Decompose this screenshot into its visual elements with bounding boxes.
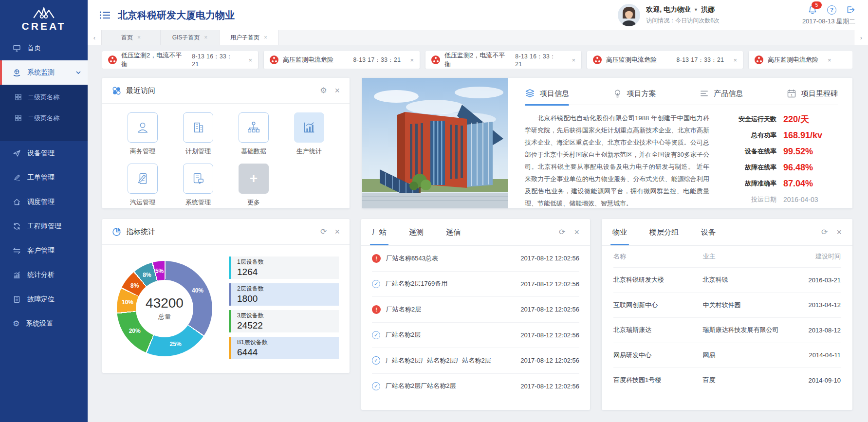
- close-icon[interactable]: ×: [137, 34, 141, 41]
- stations-list: ! 厂站名称6543总表 2017-08-12 12:02:56 ✓ 厂站名称2…: [361, 246, 590, 399]
- sidebar-item-dispatch[interactable]: 调度管理: [0, 190, 88, 214]
- gear-icon[interactable]: ⚙: [320, 87, 327, 94]
- avatar[interactable]: [618, 4, 640, 26]
- refresh-icon[interactable]: ⟳: [821, 228, 828, 236]
- tab-project-plan[interactable]: 项目方案: [613, 89, 656, 105]
- close-icon[interactable]: ×: [733, 56, 737, 64]
- alert-card[interactable]: 高压监测电流危险 ×: [749, 51, 852, 69]
- recent-visits-panel: 最近访问 ⚙ ×: [102, 78, 350, 208]
- sidebar-item-system-monitor[interactable]: 系统监测: [0, 60, 88, 85]
- sidebar-subitem-2[interactable]: 二级页名称: [0, 108, 88, 128]
- table-row[interactable]: 互联网创新中心 中关村软件园 2013-04-12: [613, 293, 841, 318]
- tab-equipment[interactable]: 设备: [701, 219, 716, 245]
- close-icon[interactable]: ×: [410, 56, 414, 64]
- menu-list-icon[interactable]: [99, 10, 111, 20]
- tab-telesignal[interactable]: 遥信: [446, 219, 461, 245]
- tab-floor-group[interactable]: 楼层分组: [649, 219, 679, 245]
- station-time: 2017-08-12 12:02:56: [520, 357, 579, 364]
- close-icon[interactable]: ×: [828, 56, 831, 64]
- shortcut-plan[interactable]: 计划管理: [170, 112, 226, 156]
- tab-project-info[interactable]: 项目信息: [525, 89, 569, 105]
- alert-bar: 低压监测2，电流不平衡 8-13 16：33：21 × 高压监测电流危险 8-1…: [102, 51, 852, 69]
- table-row[interactable]: 百度科技园1号楼 百度 2014-09-10: [613, 368, 841, 393]
- close-icon[interactable]: ×: [836, 228, 842, 237]
- tab-user-home[interactable]: 用户子首页 ×: [220, 30, 278, 45]
- station-row[interactable]: ✓ 厂站名称2层厂站名称2层厂站名称2层 2017-08-12 12:02:56: [372, 348, 579, 374]
- refresh-icon[interactable]: ⟳: [559, 228, 565, 236]
- tab-gis[interactable]: GIS子首页 ×: [161, 30, 220, 45]
- alert-card[interactable]: 低压监测2，电流不平衡 8-13 16：33：21 ×: [102, 51, 258, 69]
- caret-down-icon[interactable]: ▼: [694, 7, 698, 12]
- alert-card[interactable]: 高压监测电流危险 8-13 17：33：21 ×: [264, 51, 420, 69]
- close-icon[interactable]: ×: [264, 34, 267, 41]
- close-icon[interactable]: ×: [574, 228, 579, 237]
- donut-segment-label: 40%: [192, 287, 203, 294]
- donut-chart-area: 43200 总量 40%25%20%10%8%8%5% 1层设备数 1264: [102, 245, 350, 359]
- shortcut-label: 商务管理: [130, 147, 155, 156]
- sidebar-item-workorders[interactable]: 工单管理: [0, 165, 88, 190]
- sidebar-subitem-1[interactable]: 二级页名称: [0, 87, 88, 108]
- station-name: 厂站名称6543总表: [386, 254, 438, 263]
- user-name[interactable]: 洪娜: [701, 5, 715, 14]
- close-icon[interactable]: ×: [204, 34, 207, 41]
- sidebar-item-settings[interactable]: ⚙ 系统设置: [0, 312, 88, 336]
- refresh-icon[interactable]: ⟳: [320, 228, 327, 236]
- alert-card[interactable]: 低压监测2，电流不平衡 8-13 16：33：21 ×: [425, 51, 581, 69]
- stat-label: 设备在线率: [739, 146, 776, 157]
- table-row[interactable]: 北京瑞斯康达 瑞斯康达科技发展有限公司 2013-08-12: [613, 318, 841, 343]
- legend-label: 2层设备数: [237, 285, 264, 293]
- alert-time: 8-13 17：33：21: [353, 56, 401, 64]
- chart-icon: [302, 120, 316, 135]
- shortcut-system[interactable]: 系统管理: [170, 164, 226, 207]
- shortcut-production-stats[interactable]: 生产统计: [281, 112, 337, 156]
- sidebar-item-customers[interactable]: 客户管理: [0, 239, 88, 263]
- tab-home[interactable]: 首页 ×: [102, 30, 161, 45]
- sidebar-item-engineers[interactable]: 工程师管理: [0, 214, 88, 239]
- tab-telemetry[interactable]: 遥测: [409, 219, 424, 245]
- sidebar-item-devices[interactable]: 设备管理: [0, 141, 88, 165]
- user-block[interactable]: 欢迎, 电力物业 ▼ 洪娜 访问情况：今日访问次数6次: [618, 4, 720, 26]
- alert-title: 低压监测2，电流不平衡: [121, 51, 187, 69]
- table-row[interactable]: 北京科锐研发大楼 北京科锐 2016-03-21: [613, 268, 841, 293]
- cell-date: 2013-08-12: [792, 327, 841, 334]
- shortcut-transport[interactable]: 汽运管理: [115, 164, 170, 207]
- shortcut-label: 生产统计: [296, 147, 322, 156]
- notification-bell-button[interactable]: 5: [808, 5, 817, 15]
- cell-name: 北京科锐研发大楼: [613, 275, 703, 284]
- tab-product-info[interactable]: 产品信息: [700, 89, 743, 105]
- close-icon[interactable]: ×: [572, 56, 575, 64]
- sidebar-item-fault-location[interactable]: 故障定位: [0, 287, 88, 312]
- sidebar-item-home[interactable]: 首页: [0, 36, 88, 60]
- cell-name: 网易研发中心: [613, 351, 703, 360]
- station-row[interactable]: ! 厂站名称2层 2017-08-12 12:02:56: [372, 297, 579, 323]
- station-row[interactable]: ! 厂站名称6543总表 2017-08-12 12:02:56: [372, 246, 579, 272]
- close-icon[interactable]: ×: [334, 227, 340, 236]
- logout-icon: [846, 5, 855, 14]
- tab-label: GIS子首页: [172, 34, 200, 42]
- help-button[interactable]: ?: [827, 5, 836, 15]
- shortcut-business[interactable]: 商务管理: [115, 112, 170, 156]
- tab-property[interactable]: 物业: [612, 219, 627, 245]
- home-icon: [13, 198, 21, 206]
- tabs-scroll-right-button[interactable]: ›: [854, 30, 868, 45]
- station-row[interactable]: ✓ 厂站名称2层厂站名称2层 2017-08-12 12:02:56: [372, 374, 579, 399]
- shortcut-more[interactable]: + 更多: [226, 164, 281, 207]
- tab-project-milestone[interactable]: 1 项目里程碑: [787, 89, 838, 105]
- station-row[interactable]: ✓ 厂站名称2层1769备用 2017-08-12 12:02:56: [372, 272, 579, 297]
- table-row[interactable]: 网易研发中心 网易 2014-04-11: [613, 343, 841, 368]
- tab-stations[interactable]: 厂站: [372, 219, 387, 245]
- shortcut-base-data[interactable]: 基础数据: [226, 112, 281, 156]
- station-row[interactable]: ✓ 厂站名称2层 2017-08-12 12:02:56: [372, 323, 579, 349]
- close-icon[interactable]: ×: [334, 86, 340, 95]
- paper-plane-icon: [13, 149, 21, 157]
- column-name: 名称: [613, 252, 703, 261]
- project-info-content: 项目信息 项目方案: [508, 78, 852, 208]
- sidebar-submenu: 二级页名称 二级页名称: [0, 85, 88, 141]
- sidebar-item-statistics[interactable]: 统计分析: [0, 263, 88, 287]
- tabs-scroll-left-button[interactable]: ‹: [88, 30, 102, 45]
- close-icon[interactable]: ×: [248, 56, 252, 64]
- alert-card[interactable]: 高压监测电流危险 8-13 17：33：21 ×: [587, 51, 743, 69]
- logout-button[interactable]: [846, 5, 855, 14]
- person-icon: [135, 120, 150, 135]
- project-tab-label: 项目信息: [540, 89, 569, 98]
